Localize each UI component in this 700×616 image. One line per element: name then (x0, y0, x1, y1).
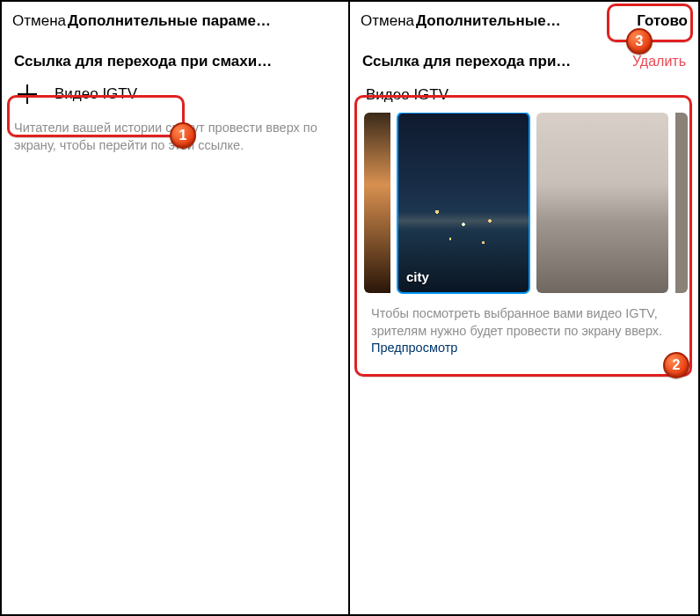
tutorial-side-by-side: Отмена Дополнительные параме… Ссылка для… (0, 0, 700, 616)
cancel-button[interactable]: Отмена (12, 12, 66, 30)
add-igtv-label: Видео IGTV (55, 85, 137, 103)
igtv-thumb[interactable] (536, 113, 668, 293)
panel-title: Видео IGTV (359, 77, 689, 113)
section-label: Ссылка для перехода при… (362, 53, 571, 70)
picker-hint-text: Чтобы посмотреть выбранное вами видео IG… (359, 300, 689, 363)
page-title: Дополнительные… (416, 12, 633, 30)
plus-icon (18, 84, 37, 104)
cancel-button[interactable]: Отмена (361, 12, 414, 30)
igtv-thumb[interactable] (364, 113, 390, 293)
igtv-picker-panel: Видео IGTV city Чтобы посмотреть выбранн… (359, 77, 689, 363)
topbar: Отмена Дополнительные параме… (2, 2, 348, 39)
igtv-thumb-selected[interactable]: city (397, 113, 529, 293)
hint-text: Чтобы посмотреть выбранное вами видео IG… (371, 306, 662, 338)
delete-link-button[interactable]: Удалить (632, 54, 686, 70)
step-badge-2: 2 (663, 352, 689, 378)
thumb-caption: city (406, 269, 429, 284)
add-igtv-video-row[interactable]: Видео IGTV (2, 74, 348, 114)
screen-more-options: Отмена Дополнительные параме… Ссылка для… (2, 2, 350, 614)
step-badge-1: 1 (170, 122, 196, 149)
igtv-thumbnails: city (359, 113, 689, 300)
page-title: Дополнительные параме… (68, 12, 338, 30)
step-badge-3: 3 (626, 28, 653, 55)
swipe-link-section-header: Ссылка для перехода при смахи… (2, 39, 348, 74)
done-button[interactable]: Готово (637, 12, 688, 30)
screen-igtv-picker: Отмена Дополнительные… Готово Ссылка для… (350, 2, 698, 614)
preview-link[interactable]: Предпросмотр (371, 341, 457, 355)
igtv-thumb[interactable] (675, 113, 688, 293)
section-label: Ссылка для перехода при смахи… (14, 53, 272, 70)
